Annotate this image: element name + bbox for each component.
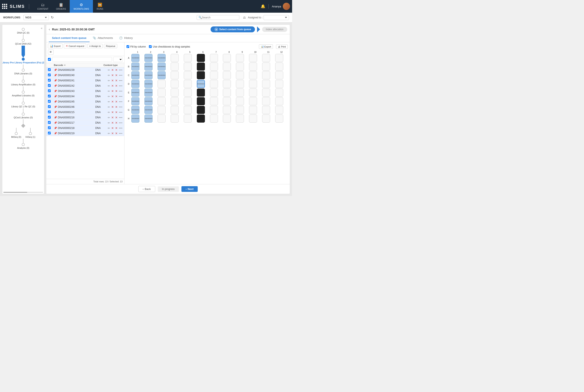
pin-icon[interactable]: 📌: [54, 106, 57, 108]
tab-history[interactable]: 🕐 History: [116, 34, 136, 42]
plate-cell-H10[interactable]: [249, 114, 257, 122]
row-edit-icon[interactable]: ✏: [108, 116, 110, 119]
row-checkbox[interactable]: [48, 68, 51, 71]
plate-cell-C10[interactable]: [249, 71, 257, 79]
workflow-dropdown[interactable]: NGS: [23, 15, 49, 20]
row-cancel-icon[interactable]: ✕: [111, 105, 114, 108]
step-label-dna-lib[interactable]: DNA Libraries (0): [14, 72, 32, 75]
fill-by-column-checkbox[interactable]: [126, 45, 129, 48]
plate-cell-A11[interactable]: [262, 54, 270, 62]
plate-cell-D8[interactable]: [223, 80, 231, 88]
plate-cell-E8[interactable]: [223, 88, 231, 96]
plate-cell-E9[interactable]: [236, 88, 244, 96]
plate-cell-A12[interactable]: [275, 54, 283, 62]
plate-cell-A10[interactable]: [249, 54, 257, 62]
plate-cell-F10[interactable]: [249, 97, 257, 105]
plate-cell-G2[interactable]: DNA00000284: [144, 106, 152, 114]
plate-cell-H7[interactable]: [210, 114, 218, 122]
plate-cell-B2[interactable]: DNA00000229: [144, 62, 152, 70]
row-more-icon[interactable]: •••: [119, 126, 122, 130]
row-delete-icon[interactable]: ✕: [115, 84, 118, 88]
plate-cell-G9[interactable]: [236, 106, 244, 114]
plate-cell-C1[interactable]: DNA00000221: [131, 71, 139, 79]
plate-cell-E7[interactable]: [210, 88, 218, 96]
plate-cell-G3[interactable]: [158, 106, 166, 114]
plate-cell-B8[interactable]: [223, 62, 231, 70]
visibility-toggle-button[interactable]: 👁: [48, 50, 54, 54]
plate-cell-G8[interactable]: [223, 106, 231, 114]
row-more-icon[interactable]: •••: [119, 68, 122, 72]
plate-cell-G6[interactable]: [197, 106, 205, 114]
row-checkbox[interactable]: [48, 121, 51, 124]
row-checkbox[interactable]: [48, 132, 51, 134]
row-delete-icon[interactable]: ✕: [115, 126, 118, 130]
plate-cell-E3[interactable]: [158, 88, 166, 96]
plate-cell-B11[interactable]: [262, 62, 270, 70]
plate-cell-H3[interactable]: [158, 114, 166, 122]
plate-cell-D1[interactable]: DNA00000228: [131, 80, 139, 88]
plate-cell-A1[interactable]: DNA00000280: [131, 54, 139, 62]
plate-cell-E1[interactable]: DNA00000222: [131, 88, 139, 96]
plate-cell-G4[interactable]: [171, 106, 179, 114]
row-delete-icon[interactable]: ✕: [115, 100, 118, 103]
row-cancel-icon[interactable]: ✕: [111, 116, 114, 119]
plate-cell-B1[interactable]: DNA00000278: [131, 62, 139, 70]
step-label-amp-lib[interactable]: Amplified Libraries (0): [12, 94, 35, 97]
plate-cell-G7[interactable]: [210, 106, 218, 114]
tab-queue[interactable]: Select content from queue: [49, 34, 89, 42]
row-cancel-icon[interactable]: ✕: [111, 100, 114, 103]
row-edit-icon[interactable]: ✏: [108, 79, 110, 82]
plate-cell-B3[interactable]: DNA00000229C: [158, 62, 166, 70]
plate-cell-B10[interactable]: [249, 62, 257, 70]
assign-to-button[interactable]: ≡ Assign to: [87, 44, 103, 48]
plate-cell-E6[interactable]: [197, 88, 205, 96]
plate-cell-B5[interactable]: [184, 62, 192, 70]
plate-cell-F8[interactable]: [223, 97, 231, 105]
row-more-icon[interactable]: •••: [119, 95, 122, 98]
grid-menu-icon[interactable]: [2, 4, 7, 9]
plate-cell-D2[interactable]: DNA00000231: [144, 80, 152, 88]
row-cancel-icon[interactable]: ✕: [111, 126, 114, 130]
pin-icon[interactable]: 📌: [54, 74, 57, 77]
plate-cell-G5[interactable]: [184, 106, 192, 114]
plate-cell-H5[interactable]: [184, 114, 192, 122]
row-delete-icon[interactable]: ✕: [115, 79, 118, 82]
plate-cell-G1[interactable]: DNA00000265: [131, 106, 139, 114]
plate-cell-C4[interactable]: [171, 71, 179, 79]
collapse-icon[interactable]: «: [41, 26, 42, 30]
plate-print-button[interactable]: 🖨 Print: [276, 44, 288, 49]
pin-icon[interactable]: 📌: [54, 126, 57, 130]
row-more-icon[interactable]: •••: [119, 79, 122, 82]
row-delete-icon[interactable]: ✕: [115, 90, 118, 93]
col-barcode-header[interactable]: Barcode ▼: [54, 64, 103, 66]
plate-cell-D7[interactable]: [210, 80, 218, 88]
row-more-icon[interactable]: •••: [119, 132, 122, 135]
row-more-icon[interactable]: •••: [119, 90, 122, 93]
row-cancel-icon[interactable]: ✕: [111, 84, 114, 88]
row-checkbox[interactable]: [48, 90, 51, 92]
row-delete-icon[interactable]: ✕: [115, 116, 118, 119]
plate-cell-E2[interactable]: DNA00000232: [144, 88, 152, 96]
requeue-button[interactable]: Requeue: [104, 44, 117, 48]
row-checkbox[interactable]: [48, 105, 51, 108]
row-more-icon[interactable]: •••: [119, 106, 122, 108]
row-edit-icon[interactable]: ✏: [108, 100, 110, 103]
row-more-icon[interactable]: •••: [119, 84, 122, 88]
plate-cell-E5[interactable]: [184, 88, 192, 96]
assigned-to-dropdown[interactable]: [264, 15, 289, 20]
select-all-checkbox[interactable]: [48, 58, 51, 61]
plate-cell-H8[interactable]: [223, 114, 231, 122]
next-button[interactable]: › Next: [181, 186, 198, 192]
filter-icon[interactable]: ⚖: [243, 16, 246, 19]
nav-item-runs[interactable]: ⏩ RUNS: [93, 0, 107, 13]
row-more-icon[interactable]: •••: [119, 116, 122, 119]
plate-cell-H6[interactable]: [197, 114, 205, 122]
nav-item-workflows[interactable]: ⚙ WORKFLOWS: [70, 0, 93, 13]
row-more-icon[interactable]: •••: [119, 111, 122, 114]
step-label-miseq[interactable]: MiSeq (0): [11, 136, 21, 138]
plate-cell-A8[interactable]: [223, 54, 231, 62]
plate-cell-H4[interactable]: [171, 114, 179, 122]
plate-cell-E12[interactable]: [275, 88, 283, 96]
plate-cell-C8[interactable]: [223, 71, 231, 79]
plate-cell-D6[interactable]: DNA00000239DNA00000239: [197, 80, 205, 88]
